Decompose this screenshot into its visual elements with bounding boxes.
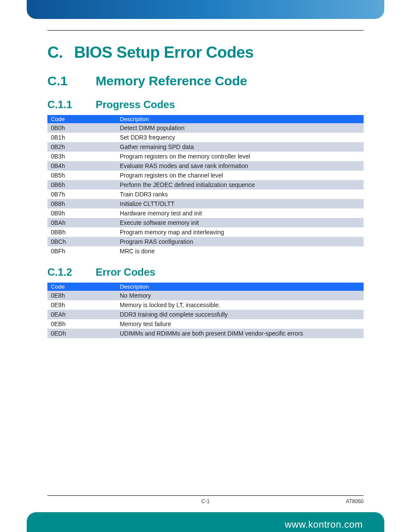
table-row: 0B8hInitialize CLTT/OLTT xyxy=(47,199,364,208)
table-row: 0B4hEvaluate RAS modes and save rank inf… xyxy=(47,161,364,171)
table-row: 0BChProgram RAS configuration xyxy=(47,237,364,246)
table-row: 0BFhMRC is done xyxy=(47,246,364,256)
cell-code: 0B0h xyxy=(47,123,116,133)
cell-code: 0BAh xyxy=(47,218,116,227)
cell-code: 0E9h xyxy=(47,300,116,310)
heading-subsection-error-title: Error Codes xyxy=(96,266,156,278)
table-header-row: Code Description xyxy=(47,283,364,291)
footer-doc-id: AT8060 xyxy=(346,498,364,504)
cell-code: 0BFh xyxy=(47,246,116,256)
top-rule xyxy=(47,30,364,31)
table-row: 0B0hDetect DIMM population xyxy=(47,123,364,133)
cell-code: 0BBh xyxy=(47,227,116,237)
page-content: C.BIOS Setup Error Codes C.1Memory Refer… xyxy=(0,30,411,338)
cell-description: Perform the JEDEC defined initialization… xyxy=(116,180,364,190)
heading-section: C.1Memory Reference Code xyxy=(47,74,364,88)
table-row: 0B6hPerform the JEDEC defined initializa… xyxy=(47,180,364,190)
cell-code: 0EBh xyxy=(47,319,116,329)
footer: C-1 AT8060 www.kontron.com xyxy=(0,495,411,532)
heading-subsection-error: C.1.2Error Codes xyxy=(47,266,364,278)
cell-description: Evaluate RAS modes and save rank informa… xyxy=(116,161,364,171)
cell-code: 0B8h xyxy=(47,199,116,208)
cell-description: Program memory map and interleaving xyxy=(116,227,364,237)
top-gradient-bar xyxy=(27,0,384,19)
cell-description: Set DDR3 frequency xyxy=(116,133,364,142)
header-description: Description xyxy=(116,115,364,123)
heading-subsection-progress: C.1.1Progress Codes xyxy=(47,99,364,111)
header-code: Code xyxy=(47,283,116,291)
footer-line: C-1 AT8060 xyxy=(47,495,364,512)
table-row: 0EAhDDR3 training did complete successfu… xyxy=(47,310,364,319)
heading-appendix-num: C. xyxy=(47,44,74,62)
heading-section-title: Memory Reference Code xyxy=(96,74,247,88)
cell-code: 0B5h xyxy=(47,171,116,180)
table-row: 0B1hSet DDR3 frequency xyxy=(47,133,364,142)
cell-description: UDIMMs and RDIMMs are both present DIMM … xyxy=(116,329,364,338)
table-row: 0B9hHardware memory test and init xyxy=(47,208,364,218)
footer-page-number: C-1 xyxy=(201,498,209,504)
cell-code: 0B1h xyxy=(47,133,116,142)
header-code: Code xyxy=(47,115,116,123)
table-row: 0B7hTrain DDR3 ranks xyxy=(47,190,364,199)
cell-code: 0BCh xyxy=(47,237,116,246)
heading-appendix: C.BIOS Setup Error Codes xyxy=(47,44,364,62)
table-row: 0B2hGather remaining SPD data xyxy=(47,142,364,152)
table-row: 0BBhProgram memory map and interleaving xyxy=(47,227,364,237)
table-row: 0E9hMemory is locked by LT, inaccessible… xyxy=(47,300,364,310)
footer-url: www.kontron.com xyxy=(285,519,363,530)
cell-description: Memory test failure xyxy=(116,319,364,329)
table-row: 0EBhMemory test failure xyxy=(47,319,364,329)
table-header-row: Code Description xyxy=(47,115,364,123)
cell-description: Train DDR3 ranks xyxy=(116,190,364,199)
cell-description: Memory is locked by LT, inaccessible. xyxy=(116,300,364,310)
cell-description: Detect DIMM population xyxy=(116,123,364,133)
cell-description: Program registers on the channel level xyxy=(116,171,364,180)
cell-code: 0B7h xyxy=(47,190,116,199)
cell-code: 0EDh xyxy=(47,329,116,338)
cell-description: Initialize CLTT/OLTT xyxy=(116,199,364,208)
table-row: 0BAhExecute software memory init xyxy=(47,218,364,227)
cell-description: Hardware memory test and init xyxy=(116,208,364,218)
cell-code: 0E8h xyxy=(47,291,116,300)
table-row: 0B3hProgram registers on the memory cont… xyxy=(47,152,364,161)
cell-code: 0B6h xyxy=(47,180,116,190)
cell-description: MRC is done xyxy=(116,246,364,256)
table-row: 0EDhUDIMMs and RDIMMs are both present D… xyxy=(47,329,364,338)
bottom-brand-bar: www.kontron.com xyxy=(27,512,384,532)
cell-description: Program registers on the memory controll… xyxy=(116,152,364,161)
cell-description: Program RAS configuration xyxy=(116,237,364,246)
cell-code: 0B9h xyxy=(47,208,116,218)
cell-description: Gather remaining SPD data xyxy=(116,142,364,152)
cell-description: DDR3 training did complete successfully xyxy=(116,310,364,319)
cell-code: 0B3h xyxy=(47,152,116,161)
table-row: 0B5hProgram registers on the channel lev… xyxy=(47,171,364,180)
heading-appendix-title: BIOS Setup Error Codes xyxy=(74,44,254,61)
heading-subsection-error-num: C.1.2 xyxy=(47,266,96,278)
heading-subsection-progress-title: Progress Codes xyxy=(96,99,175,110)
cell-code: 0B2h xyxy=(47,142,116,152)
cell-description: No Memory xyxy=(116,291,364,300)
heading-subsection-progress-num: C.1.1 xyxy=(47,99,96,111)
progress-codes-table: Code Description 0B0hDetect DIMM populat… xyxy=(47,115,364,256)
error-codes-table: Code Description 0E8hNo Memory0E9hMemory… xyxy=(47,283,364,338)
cell-code: 0EAh xyxy=(47,310,116,319)
cell-code: 0B4h xyxy=(47,161,116,171)
cell-description: Execute software memory init xyxy=(116,218,364,227)
header-description: Description xyxy=(116,283,364,291)
heading-section-num: C.1 xyxy=(47,74,96,88)
table-row: 0E8hNo Memory xyxy=(47,291,364,300)
